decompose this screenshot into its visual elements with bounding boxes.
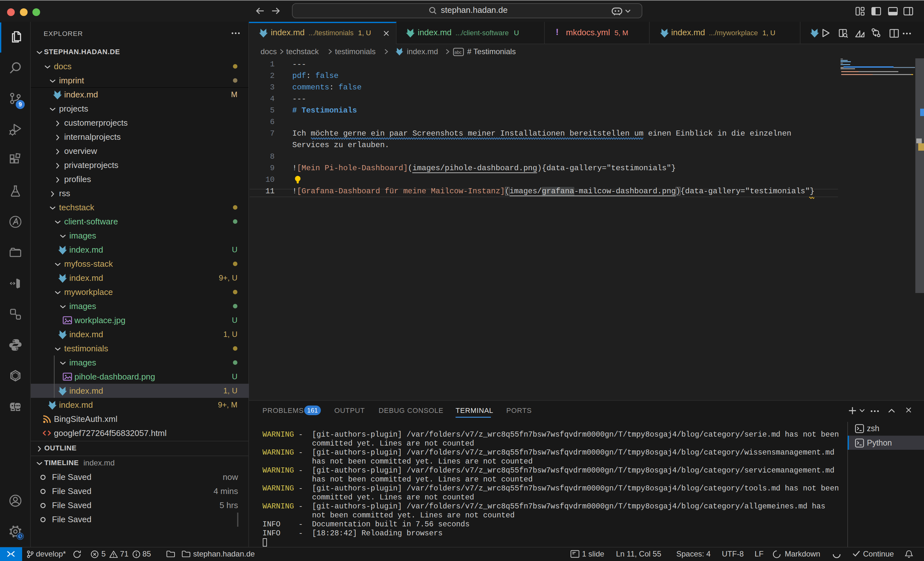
svg-text:abc: abc [454, 50, 462, 55]
